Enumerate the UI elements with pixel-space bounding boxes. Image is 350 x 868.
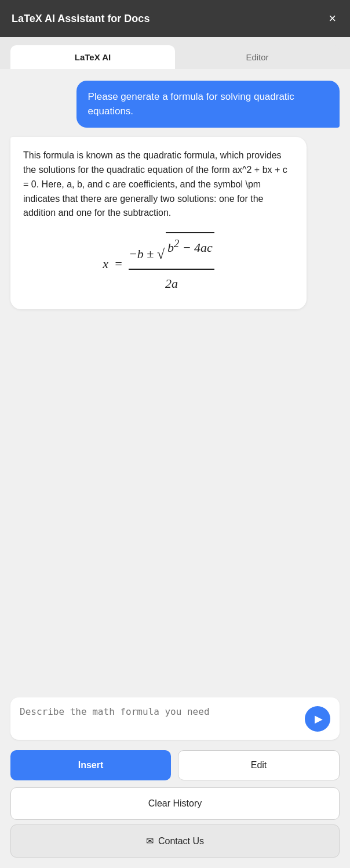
formula-display: x = −b ± √ b2 − 4ac 2a [23, 232, 294, 296]
action-buttons: Insert Edit [0, 747, 350, 785]
sqrt-radicand: b2 − 4ac [166, 232, 214, 261]
formula-input[interactable] [20, 706, 299, 732]
tab-latex-ai[interactable]: LaTeX AI [10, 45, 175, 69]
send-button[interactable]: ▶ [305, 706, 330, 732]
input-container: ▶ [10, 697, 340, 740]
send-icon: ▶ [315, 713, 323, 725]
contact-us-button[interactable]: ✉ Contact Us [10, 824, 340, 858]
formula-numerator: −b ± √ b2 − 4ac [129, 232, 214, 269]
formula-denominator: 2a [129, 271, 214, 296]
clear-history-button[interactable]: Clear History [10, 787, 340, 820]
sqrt-symbol: √ [157, 247, 165, 261]
tab-bar: LaTeX AI Editor [0, 37, 350, 69]
tab-editor[interactable]: Editor [175, 45, 340, 69]
formula-x: x [103, 251, 108, 277]
chat-area: Please generate a formula for solving qu… [0, 69, 350, 692]
input-area: ▶ [0, 692, 350, 747]
close-button[interactable]: × [326, 10, 338, 27]
user-message-bubble: Please generate a formula for solving qu… [76, 81, 340, 128]
app-header: LaTeX AI Assistant for Docs × [0, 0, 350, 37]
contact-us-label: Contact Us [158, 836, 204, 847]
mail-icon: ✉ [146, 836, 154, 847]
insert-button[interactable]: Insert [10, 750, 171, 780]
formula-equals: = [114, 251, 123, 277]
app-title: LaTeX AI Assistant for Docs [12, 13, 150, 25]
edit-button[interactable]: Edit [178, 750, 340, 780]
formula-fraction: −b ± √ b2 − 4ac 2a [129, 232, 214, 296]
user-message-text: Please generate a formula for solving qu… [88, 91, 294, 117]
bottom-buttons: Clear History ✉ Contact Us [0, 785, 350, 868]
ai-response-bubble: This formula is known as the quadratic f… [10, 137, 307, 309]
sqrt-wrapper: √ b2 − 4ac [157, 232, 214, 261]
ai-response-text: This formula is known as the quadratic f… [23, 149, 294, 220]
